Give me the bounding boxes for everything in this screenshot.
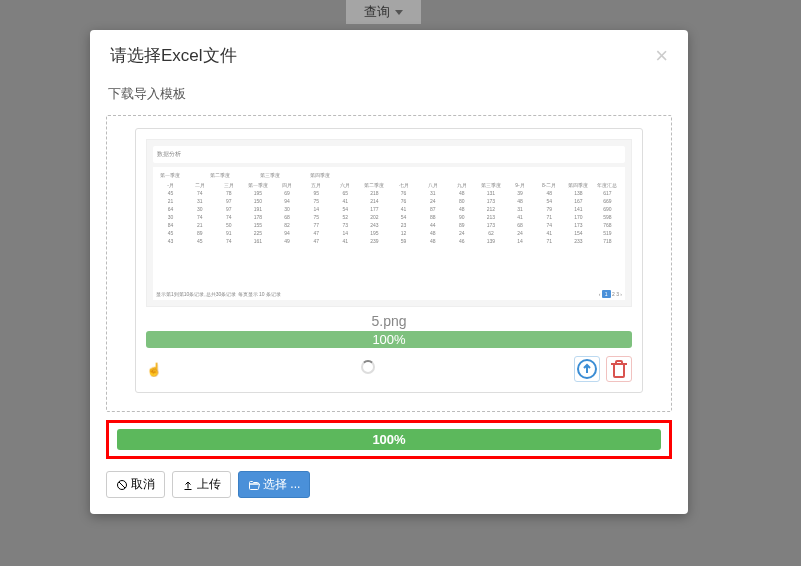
preview-group-headers: 第一季度 第二季度 第三季度 第四季度	[156, 170, 622, 180]
loading-spinner-icon	[361, 360, 375, 374]
upload-button[interactable]: 上传	[172, 471, 231, 498]
file-name: 5.png	[146, 313, 632, 329]
preview-title-bar: 数据分析	[153, 146, 625, 163]
select-button[interactable]: 选择 ...	[238, 471, 310, 498]
download-template-link[interactable]: 下载导入模板	[108, 85, 672, 103]
modal-footer: 取消 上传 选择 ...	[90, 471, 688, 498]
preview-data-row: 4574781956995652187631481313948138617	[156, 190, 622, 196]
modal-dialog: 请选择Excel文件 × 下载导入模板 数据分析 第一季度 第二季度 第三季度 …	[90, 30, 688, 514]
close-icon[interactable]: ×	[655, 45, 668, 67]
preview-pagination: ‹ 1 2 3 ›	[599, 291, 622, 297]
cancel-button[interactable]: 取消	[106, 471, 165, 498]
preview-data-row: 8421501558277732432344891736874173768	[156, 222, 622, 228]
preview-data-row: 458991225944714195124824622441154519	[156, 230, 622, 236]
modal-header: 请选择Excel文件 ×	[90, 30, 688, 77]
preview-data-row: 3074741786875522025488902134171170598	[156, 214, 622, 220]
file-thumbnail: 数据分析 第一季度 第二季度 第三季度 第四季度 -月二月三月第一季度四月五月六…	[146, 139, 632, 307]
preview-footer: 显示第1到第10条记录,总共30条记录 每页显示 10 条记录 ‹ 1 2 3 …	[156, 291, 622, 297]
preview-data-row: 6430971913014541774187482123179141690	[156, 206, 622, 212]
cancel-icon	[116, 479, 128, 491]
modal-title: 请选择Excel文件	[110, 44, 237, 67]
query-label: 查询	[364, 3, 390, 21]
upload-icon	[182, 479, 194, 491]
overall-progress-bar: 100%	[117, 429, 661, 450]
overall-progress-highlight: 100%	[106, 420, 672, 459]
preview-col-headers: -月二月三月第一季度四月五月六月第二季度七月八月九月第三季度9-月8-二月第四季…	[156, 182, 622, 188]
modal-body: 下载导入模板 数据分析 第一季度 第二季度 第三季度 第四季度 -月二月三月第一…	[90, 85, 688, 459]
preview-table-body: 4574781956995652187631481313948138617213…	[156, 190, 622, 287]
file-progress-bar: 100%	[146, 331, 632, 348]
drag-handle-icon[interactable]	[146, 360, 162, 378]
folder-open-icon	[248, 479, 260, 491]
preview-data-row: 2131971509475412147624801734854167669	[156, 198, 622, 204]
preview-content: 第一季度 第二季度 第三季度 第四季度 -月二月三月第一季度四月五月六月第二季度…	[153, 167, 625, 300]
file-actions	[146, 356, 632, 382]
upload-file-icon-button[interactable]	[574, 356, 600, 382]
dropzone[interactable]: 数据分析 第一季度 第二季度 第三季度 第四季度 -月二月三月第一季度四月五月六…	[106, 115, 672, 412]
file-preview-card: 数据分析 第一季度 第二季度 第三季度 第四季度 -月二月三月第一季度四月五月六…	[135, 128, 643, 393]
query-button[interactable]: 查询	[346, 0, 421, 24]
delete-file-icon-button[interactable]	[606, 356, 632, 382]
preview-data-row: 4345741614947412395948461391471233718	[156, 238, 622, 244]
